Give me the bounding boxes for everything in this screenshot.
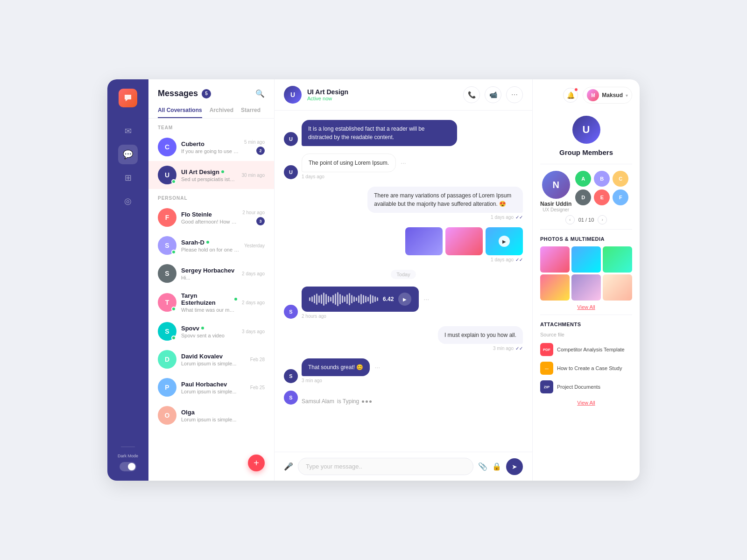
photo-thumb-3[interactable] <box>603 246 632 273</box>
typing-username: Samsul Alam <box>302 398 334 405</box>
olga-avatar: O <box>158 406 176 425</box>
flo-time: 2 hour ago <box>242 210 265 215</box>
attachment-icon[interactable]: 📎 <box>478 462 487 471</box>
photo-thumb-1[interactable] <box>540 246 570 273</box>
olga-preview: Lorum ipsum is simple... <box>181 417 260 422</box>
msg-7-content: That sounds great! 😊 ··· 3 min ago <box>302 358 382 383</box>
conversation-item-olga[interactable]: O Olga Lorum ipsum is simple... <box>148 401 274 429</box>
microphone-icon[interactable]: 🎤 <box>284 462 293 471</box>
phone-call-button[interactable]: 📞 <box>463 86 480 103</box>
taryn-name: Taryn Esterhuizen <box>181 292 237 306</box>
msg-2-content: The point of using Lorem Ipsum. ··· 1 da… <box>302 154 408 179</box>
sarah-avatar-wrap: S <box>158 236 176 255</box>
david-meta: Feb 28 <box>250 357 265 362</box>
typing-dots <box>362 400 372 403</box>
taryn-online-dot <box>171 307 176 311</box>
conversation-item-cuberto[interactable]: C Cuberto If you are going to use passag… <box>148 133 274 161</box>
attachment-zip[interactable]: ZIP Project Documents <box>540 378 632 396</box>
msg-7-actions[interactable]: ··· <box>373 364 382 371</box>
message-1: U It is a long established fact that a r… <box>284 120 523 146</box>
next-member-button[interactable]: › <box>598 215 607 224</box>
sidebar-email-icon[interactable]: ✉ <box>118 121 138 141</box>
member-nav-count: 01 / 10 <box>578 217 594 223</box>
conversation-item-sergey[interactable]: S Sergey Horbachev Hi... 2 days ago <box>148 259 274 287</box>
lock-icon[interactable]: 🔒 <box>492 462 501 471</box>
conversation-item-taryn[interactable]: T Taryn Esterhuizen What time was our me… <box>148 287 274 317</box>
flo-avatar-wrap: F <box>158 208 176 227</box>
david-avatar-wrap: D <box>158 350 176 369</box>
send-button[interactable]: ➤ <box>506 458 523 475</box>
new-conversation-button[interactable]: + <box>248 455 265 471</box>
notification-dot <box>574 88 578 91</box>
cuberto-unread: 2 <box>256 147 265 155</box>
user-chip-name: Maksud <box>602 92 623 98</box>
sarah-meta: Yesterday <box>244 243 265 248</box>
view-all-photos-link[interactable]: View All <box>540 304 632 310</box>
team-section-label: TEAM <box>148 119 274 133</box>
group-members-section: N Nasir Uddin UX Designer A B C D E F <box>540 164 632 230</box>
olga-info: Olga Lorum ipsum is simple... <box>181 409 260 422</box>
play-button-overlay[interactable]: ▶ <box>499 236 510 247</box>
msg-5-time: 2 hours ago <box>302 314 431 319</box>
photo-thumb-4[interactable] <box>540 274 570 301</box>
photo-thumb-6[interactable] <box>603 274 632 301</box>
sidebar-bottom: Dark Mode <box>118 452 138 471</box>
spovv-meta: 3 days ago <box>242 329 265 334</box>
conversations-list: TEAM C Cuberto If you are going to use p… <box>148 119 274 471</box>
tab-starred[interactable]: Starred <box>241 103 261 118</box>
attachment-pdf[interactable]: PDF Competitor Analysis Template <box>540 340 632 359</box>
message-3: There are many variations of passages of… <box>284 187 523 220</box>
sarah-name: Sarah-D <box>181 239 240 246</box>
conversation-item-sarah[interactable]: S Sarah-D Please hold on for one moment.… <box>148 231 274 259</box>
chat-input-area: 🎤 📎 🔒 ➤ <box>275 452 532 481</box>
typing-avatar: S <box>284 391 298 405</box>
notification-button[interactable]: 🔔 <box>563 88 578 103</box>
cuberto-avatar: C <box>158 138 176 156</box>
tab-archived[interactable]: Archived <box>210 103 233 118</box>
conversation-item-ui-art-design[interactable]: U UI Art Design Sed ut perspiciatis iste… <box>148 161 274 189</box>
sidebar-globe-icon[interactable]: ◎ <box>118 191 138 211</box>
sarah-info: Sarah-D Please hold on for one moment... <box>181 239 240 252</box>
spovv-preview: Spovv sent a video <box>181 333 237 338</box>
more-options-button[interactable]: ⋯ <box>506 86 523 103</box>
msg-2-bubble: The point of using Lorem Ipsum. <box>302 154 396 172</box>
conversation-item-flo[interactable]: F Flo Steinle Good afternoon! How may...… <box>148 203 274 231</box>
olga-name: Olga <box>181 409 260 416</box>
conversation-item-spovv[interactable]: S Spovv Spovv sent a video 3 days ago <box>148 317 274 345</box>
sidebar-chat-icon[interactable]: 💬 <box>118 145 138 164</box>
search-button[interactable]: 🔍 <box>255 89 265 98</box>
dark-mode-toggle[interactable] <box>120 462 136 471</box>
attachments-section: ATTACHMENTS Source file PDF Competitor A… <box>540 315 632 410</box>
video-call-button[interactable]: 📹 <box>485 86 501 103</box>
view-all-attachments-link[interactable]: View All <box>540 400 632 406</box>
photo-thumb-2[interactable] <box>571 246 601 273</box>
conversation-item-paul[interactable]: P Paul Horbachev Lorum ipsum is simple..… <box>148 373 274 401</box>
msg-2-time: 1 days ago <box>302 174 408 179</box>
photo-thumb-5[interactable] <box>571 274 601 301</box>
voice-play-button[interactable]: ▶ <box>398 293 411 306</box>
message-input[interactable] <box>298 458 473 475</box>
tab-all-conversations[interactable]: All Coversations <box>158 103 202 118</box>
chat-header-info: UI Art Design Active now <box>307 88 458 101</box>
prev-member-button[interactable]: ‹ <box>565 215 575 224</box>
source-file-label: Source file <box>540 332 632 337</box>
chat-name: UI Art Design <box>307 88 458 96</box>
paul-time: Feb 25 <box>250 385 265 390</box>
sidebar-grid-icon[interactable]: ⊞ <box>118 168 138 188</box>
ui-art-avatar-wrap: U <box>158 166 176 184</box>
cuberto-info: Cuberto If you are going to use passage … <box>181 140 240 154</box>
conversations-title-text: Messages <box>158 89 198 98</box>
conversation-item-david[interactable]: D David Kovalev Lorum ipsum is simple...… <box>148 345 274 373</box>
taryn-status-dot <box>234 298 237 301</box>
member-navigation: ‹ 01 / 10 › <box>540 215 632 224</box>
attachment-doc[interactable]: — How to Create a Case Study <box>540 359 632 378</box>
waveform <box>309 292 378 306</box>
unread-count-badge: 5 <box>202 89 211 98</box>
user-profile-chip[interactable]: M Maksud ▾ <box>583 87 632 104</box>
attachment-doc-name: How to Create a Case Study <box>557 365 622 371</box>
chat-messages: U It is a long established fact that a r… <box>275 111 532 452</box>
member-sm-3: C <box>613 171 628 187</box>
msg-5-actions[interactable]: ··· <box>422 295 431 303</box>
flo-preview: Good afternoon! How may... <box>181 219 238 224</box>
msg-2-actions[interactable]: ··· <box>399 159 408 167</box>
